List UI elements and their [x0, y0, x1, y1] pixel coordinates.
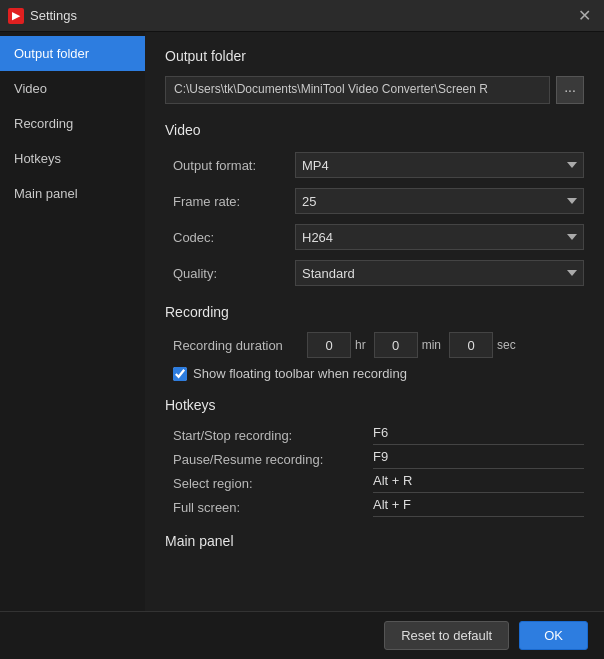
content-area: Output folder C:\Users\tk\Documents\Mini…: [145, 32, 604, 659]
select-region-value: Alt + R: [373, 473, 584, 493]
window-title: Settings: [30, 8, 566, 23]
recording-duration-row: Recording duration hr min sec: [165, 332, 584, 358]
frame-rate-label: Frame rate:: [165, 194, 295, 209]
full-screen-value: Alt + F: [373, 497, 584, 517]
video-section: Video Output format: MP4 AVI MOV Frame r…: [165, 122, 584, 288]
close-button[interactable]: ✕: [572, 4, 596, 28]
recording-section-title: Recording: [165, 304, 584, 320]
sidebar-item-recording[interactable]: Recording: [0, 106, 145, 141]
video-section-title: Video: [165, 122, 584, 138]
sidebar-item-hotkeys[interactable]: Hotkeys: [0, 141, 145, 176]
hotkeys-section-title: Hotkeys: [165, 397, 584, 413]
sidebar-item-video[interactable]: Video: [0, 71, 145, 106]
pause-resume-label: Pause/Resume recording:: [173, 452, 373, 467]
folder-path-display: C:\Users\tk\Documents\MiniTool Video Con…: [165, 76, 550, 104]
quality-row: Quality: Standard High Low: [165, 258, 584, 288]
app-icon: ▶: [8, 8, 24, 24]
sidebar-item-main-panel[interactable]: Main panel: [0, 176, 145, 211]
duration-sec-input[interactable]: [449, 332, 493, 358]
main-panel-section-title: Main panel: [165, 533, 584, 549]
codec-select[interactable]: H264 H265: [295, 224, 584, 250]
hotkeys-section: Hotkeys Start/Stop recording: F6 Pause/R…: [165, 397, 584, 517]
show-toolbar-checkbox[interactable]: [173, 367, 187, 381]
full-screen-label: Full screen:: [173, 500, 373, 515]
frame-rate-select[interactable]: 25 30 60: [295, 188, 584, 214]
ok-button[interactable]: OK: [519, 621, 588, 650]
title-bar: ▶ Settings ✕: [0, 0, 604, 32]
folder-browse-button[interactable]: ···: [556, 76, 584, 104]
pause-resume-value: F9: [373, 449, 584, 469]
main-panel-section: Main panel: [165, 533, 584, 549]
folder-row: C:\Users\tk\Documents\MiniTool Video Con…: [165, 76, 584, 104]
pause-resume-row: Pause/Resume recording: F9: [165, 449, 584, 469]
start-stop-value: F6: [373, 425, 584, 445]
show-toolbar-row: Show floating toolbar when recording: [165, 366, 584, 381]
min-unit-label: min: [422, 338, 441, 352]
hr-unit-label: hr: [355, 338, 366, 352]
bottom-bar: Reset to default OK: [0, 611, 604, 659]
output-format-row: Output format: MP4 AVI MOV: [165, 150, 584, 180]
recording-duration-label: Recording duration: [173, 338, 303, 353]
start-stop-label: Start/Stop recording:: [173, 428, 373, 443]
frame-rate-row: Frame rate: 25 30 60: [165, 186, 584, 216]
quality-label: Quality:: [165, 266, 295, 281]
reset-button[interactable]: Reset to default: [384, 621, 509, 650]
output-format-select[interactable]: MP4 AVI MOV: [295, 152, 584, 178]
full-screen-row: Full screen: Alt + F: [165, 497, 584, 517]
sec-unit-label: sec: [497, 338, 516, 352]
show-toolbar-label[interactable]: Show floating toolbar when recording: [193, 366, 407, 381]
duration-min-input[interactable]: [374, 332, 418, 358]
sidebar: Output folder Video Recording Hotkeys Ma…: [0, 32, 145, 659]
codec-row: Codec: H264 H265: [165, 222, 584, 252]
output-folder-title: Output folder: [165, 48, 584, 64]
codec-label: Codec:: [165, 230, 295, 245]
quality-select[interactable]: Standard High Low: [295, 260, 584, 286]
duration-hr-input[interactable]: [307, 332, 351, 358]
select-region-row: Select region: Alt + R: [165, 473, 584, 493]
app-body: Output folder Video Recording Hotkeys Ma…: [0, 32, 604, 659]
output-format-label: Output format:: [165, 158, 295, 173]
start-stop-row: Start/Stop recording: F6: [165, 425, 584, 445]
select-region-label: Select region:: [173, 476, 373, 491]
sidebar-item-output-folder[interactable]: Output folder: [0, 36, 145, 71]
recording-section: Recording Recording duration hr min sec …: [165, 304, 584, 381]
